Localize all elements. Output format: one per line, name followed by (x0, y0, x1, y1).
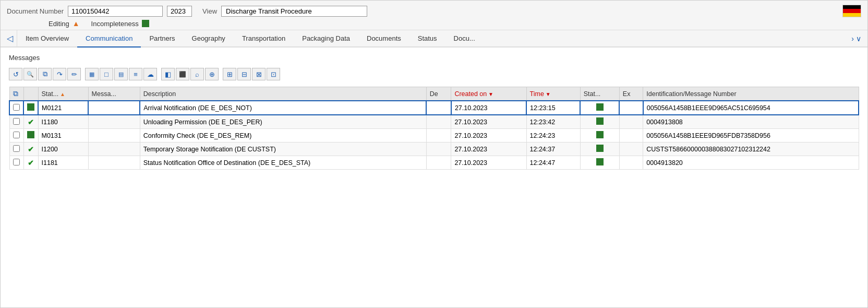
table-row: ✔I1200Temporary Storage Notification (DE… (9, 143, 859, 156)
row-stat: M0121 (38, 101, 88, 115)
th-identification[interactable]: Identification/Message Number (643, 87, 859, 101)
row-identification: 005056A1458B1EEE9D965AC51C695954 (643, 101, 859, 115)
row-time: 12:23:42 (526, 115, 580, 129)
toolbar-zoom-button[interactable]: 🔍 (23, 68, 37, 80)
toolbar-grid3-button[interactable]: ⊠ (252, 68, 266, 80)
doc-number-label: Document Number (7, 7, 64, 15)
tab-docu[interactable]: Docu... (445, 30, 484, 48)
flag-red-stripe (843, 9, 861, 13)
tab-more-chevron-right: › (851, 34, 854, 43)
toolbar-view2-button[interactable]: □ (100, 68, 113, 80)
th-stat2[interactable]: Stat... (580, 87, 619, 101)
tab-item-overview[interactable]: Item Overview (17, 30, 77, 48)
row-stat2-cell (580, 115, 619, 129)
toolbar-refresh-button[interactable]: ↺ (9, 68, 22, 80)
row-description: Unloading Permission (DE E_DES_PER) (140, 115, 426, 129)
th-created-on[interactable]: Created on (451, 87, 526, 101)
th-select: ⧉ (9, 87, 23, 101)
doc-year-input[interactable] (167, 6, 192, 17)
tab-bar: ◁ Item Overview Communication Partners G… (1, 30, 867, 48)
row-de (426, 101, 451, 115)
tab-geography[interactable]: Geography (184, 30, 234, 48)
toolbar-grid2-button[interactable]: ⊟ (237, 68, 251, 80)
th-select-icon: ⧉ (13, 89, 18, 98)
row-description: Temporary Storage Notification (DE CUSTS… (140, 143, 426, 156)
row-status-checkmark: ✔ (28, 145, 34, 153)
toolbar-search-plus-button[interactable]: ⊕ (205, 68, 219, 80)
row-status-icon-cell: ✔ (23, 156, 38, 170)
row-checkbox-cell (9, 101, 23, 115)
row-ex (619, 129, 643, 143)
row-status-green-square (27, 131, 34, 138)
view-input[interactable] (221, 6, 367, 17)
toolbar-redo-button[interactable]: ↷ (53, 68, 66, 80)
th-de[interactable]: De (426, 87, 451, 101)
row-time: 12:24:47 (526, 156, 580, 170)
row-checkbox[interactable] (13, 132, 20, 138)
toolbar-list-button[interactable]: ≡ (129, 68, 142, 80)
th-time[interactable]: Time (526, 87, 580, 101)
toolbar-sep1 (82, 68, 84, 80)
row-status-icon-cell (23, 129, 38, 143)
row-created-on: 27.10.2023 (451, 129, 526, 143)
th-messa[interactable]: Messa... (88, 87, 140, 101)
toolbar-cloud-button[interactable]: ☁ (143, 68, 157, 80)
row-messa (88, 143, 140, 156)
toolbar-align-center-button[interactable]: ⬛ (176, 68, 189, 80)
incompleteness-status-icon (142, 20, 149, 27)
toolbar-sep2 (158, 68, 160, 80)
toolbar-view1-button[interactable]: ▦ (85, 68, 99, 80)
row-stat2-green-square (596, 158, 604, 165)
row-stat2-cell (580, 129, 619, 143)
row-checkbox[interactable] (13, 118, 20, 125)
tab-back-button[interactable]: ◁ (3, 30, 17, 46)
toolbar-edit-button[interactable]: ✏ (67, 68, 81, 80)
tab-documents[interactable]: Documents (358, 30, 409, 48)
editing-warning-icon: ▲ (73, 19, 80, 28)
doc-number-input[interactable] (68, 6, 163, 17)
row-time: 12:24:23 (526, 129, 580, 143)
row-created-on: 27.10.2023 (451, 156, 526, 170)
row-messa (88, 115, 140, 129)
th-ex[interactable]: Ex (619, 87, 643, 101)
main-content: Messages ↺ 🔍 ⧉ ↷ ✏ ▦ □ ▤ ≡ ☁ ◧ ⬛ ⌕ ⊕ ⊞ ⊟… (1, 48, 867, 307)
row-de (426, 115, 451, 129)
row-checkbox[interactable] (13, 104, 20, 111)
row-checkbox-cell (9, 115, 23, 129)
tab-more-button[interactable]: › ∨ (847, 30, 865, 46)
row-checkbox[interactable] (13, 145, 20, 152)
row-messa (88, 156, 140, 170)
row-identification: 0004913820 (643, 156, 859, 170)
row-stat2-cell (580, 101, 619, 115)
row-checkbox-cell (9, 156, 23, 170)
toolbar-copy-button[interactable]: ⧉ (38, 68, 52, 80)
th-description[interactable]: Description (140, 87, 426, 101)
tab-status[interactable]: Status (409, 30, 445, 48)
row-ex (619, 115, 643, 129)
row-created-on: 27.10.2023 (451, 115, 526, 129)
row-stat2-green-square (596, 131, 604, 138)
row-checkbox[interactable] (13, 159, 20, 165)
messages-table: ⧉ Stat... Messa... Description De Create… (9, 87, 859, 170)
tab-communication[interactable]: Communication (77, 30, 141, 48)
german-flag (842, 5, 861, 17)
row-checkbox-cell (9, 143, 23, 156)
row-description: Conformity Check (DE E_DES_REM) (140, 129, 426, 143)
toolbar-view3-button[interactable]: ▤ (114, 68, 128, 80)
header-row2: Editing ▲ Incompleteness (7, 19, 861, 28)
row-identification: 005056A1458B1EEE9D965FDB7358D956 (643, 129, 859, 143)
toolbar-grid1-button[interactable]: ⊞ (223, 68, 236, 80)
toolbar-align-left-button[interactable]: ◧ (161, 68, 175, 80)
toolbar-grid4-button[interactable]: ⊡ (267, 68, 280, 80)
table-row: ✔I1181Status Notification Office of Dest… (9, 156, 859, 170)
row-stat2-cell (580, 143, 619, 156)
row-ex (619, 143, 643, 156)
header-row1: Document Number View (7, 5, 861, 17)
tab-packaging-data[interactable]: Packaging Data (294, 30, 358, 48)
main-window: Document Number View Editing ▲ Incomplet… (0, 0, 868, 308)
th-stat[interactable]: Stat... (38, 87, 88, 101)
tab-transportation[interactable]: Transportation (234, 30, 294, 48)
tab-partners[interactable]: Partners (141, 30, 183, 48)
toolbar-search-button[interactable]: ⌕ (190, 68, 204, 80)
row-status-icon-cell: ✔ (23, 143, 38, 156)
